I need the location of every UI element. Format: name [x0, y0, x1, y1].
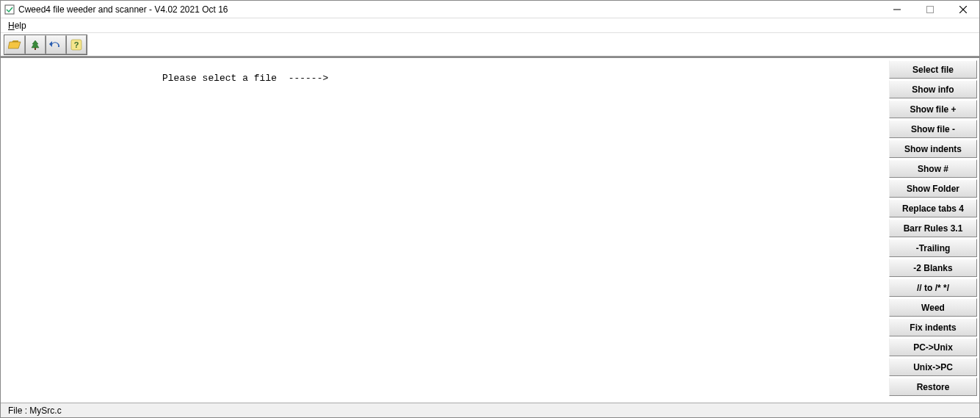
btn-pc-unix[interactable]: PC->Unix — [889, 338, 977, 356]
btn-trailing[interactable]: -Trailing — [889, 239, 977, 257]
btn-unix-pc[interactable]: Unix->PC — [889, 358, 977, 376]
content-pane: Please select a file ------> — [1, 58, 887, 403]
close-button[interactable] — [946, 1, 979, 18]
open-folder-icon — [8, 39, 21, 51]
btn-barr-rules[interactable]: Barr Rules 3.1 — [889, 219, 977, 237]
svg-rect-5 — [35, 48, 36, 50]
menu-help[interactable]: Help — [4, 19, 31, 32]
toolbar-group: ? — [4, 35, 87, 55]
btn-restore[interactable]: Restore — [889, 378, 977, 396]
right-button-panel: Select file Show info Show file + Show f… — [887, 58, 979, 403]
main-area: Please select a file ------> Select file… — [1, 57, 979, 403]
btn-replace-tabs[interactable]: Replace tabs 4 — [889, 199, 977, 217]
maximize-icon — [926, 6, 934, 13]
svg-rect-0 — [5, 5, 14, 14]
minimize-button[interactable] — [880, 1, 913, 18]
btn-show-indents[interactable]: Show indents — [889, 140, 977, 158]
maximize-button[interactable] — [913, 1, 946, 18]
tree-icon — [29, 39, 42, 51]
btn-select-file[interactable]: Select file — [889, 60, 977, 79]
btn-show-file-minus[interactable]: Show file - — [889, 120, 977, 138]
btn-show-folder[interactable]: Show Folder — [889, 179, 977, 198]
svg-text:?: ? — [74, 40, 79, 49]
btn-weed[interactable]: Weed — [889, 298, 977, 317]
help-icon: ? — [70, 39, 83, 51]
menubar: Help — [1, 18, 979, 33]
svg-rect-2 — [926, 6, 933, 12]
toolbar-open-button[interactable] — [4, 35, 25, 54]
status-file-label: File : MySrc.c — [8, 406, 62, 416]
btn-2-blanks[interactable]: -2 Blanks — [889, 259, 977, 277]
toolbar-undo-button[interactable] — [46, 35, 66, 54]
app-icon — [4, 4, 15, 15]
toolbar: ? — [1, 33, 979, 57]
minimize-icon — [893, 6, 901, 13]
prompt-message: Please select a file ------> — [162, 73, 887, 84]
btn-show-info[interactable]: Show info — [889, 80, 977, 98]
titlebar: Cweed4 file weeder and scanner - V4.02 2… — [1, 1, 979, 18]
close-icon — [959, 6, 967, 13]
toolbar-tree-button[interactable] — [25, 35, 46, 54]
app-window: Cweed4 file weeder and scanner - V4.02 2… — [0, 0, 980, 418]
undo-icon — [49, 39, 62, 51]
btn-fix-indents[interactable]: Fix indents — [889, 318, 977, 336]
btn-show-hash[interactable]: Show # — [889, 159, 977, 178]
toolbar-help-button[interactable]: ? — [66, 35, 87, 54]
btn-show-file-plus[interactable]: Show file + — [889, 100, 977, 118]
statusbar: File : MySrc.c — [1, 403, 979, 417]
window-title: Cweed4 file weeder and scanner - V4.02 2… — [18, 4, 228, 15]
btn-comment-convert[interactable]: // to /* */ — [889, 278, 977, 297]
